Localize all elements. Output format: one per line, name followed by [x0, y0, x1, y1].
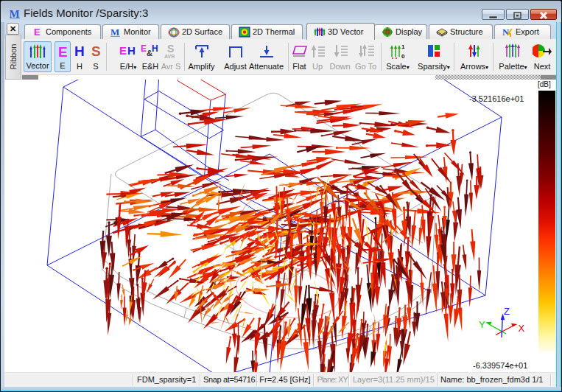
- svg-text:N: N: [502, 27, 510, 38]
- svg-text:S: S: [91, 43, 101, 59]
- svg-text:M: M: [110, 27, 119, 38]
- svg-text:M: M: [10, 9, 20, 19]
- svg-text:H: H: [127, 44, 136, 57]
- svg-text:X: X: [519, 323, 525, 334]
- svg-text:S: S: [167, 43, 174, 55]
- svg-text:AVR: AVR: [164, 54, 175, 59]
- svg-text:E: E: [34, 27, 41, 38]
- svg-text:H: H: [74, 43, 85, 59]
- svg-text:0: 0: [401, 53, 405, 59]
- svg-text:E: E: [141, 43, 147, 54]
- svg-text:E: E: [119, 44, 127, 57]
- svg-text:H: H: [152, 43, 158, 54]
- svg-text:Z: Z: [504, 306, 510, 317]
- svg-text:1: 1: [401, 43, 405, 50]
- svg-text:Y: Y: [479, 319, 485, 330]
- svg-text:E: E: [58, 44, 68, 60]
